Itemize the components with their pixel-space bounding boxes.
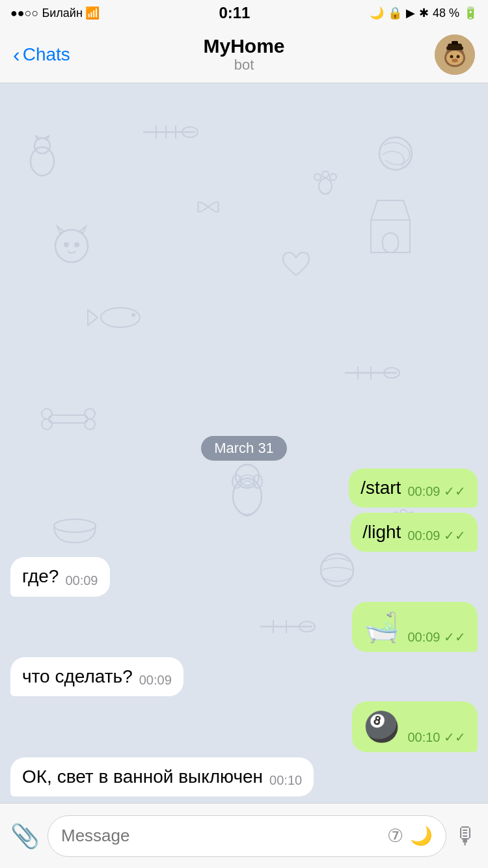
sticker-icon[interactable]: ⑦ bbox=[387, 825, 403, 847]
avatar[interactable] bbox=[435, 34, 475, 75]
nav-bar: ‹ Chats MyHome bot bbox=[0, 26, 488, 83]
back-label: Chats bbox=[23, 44, 70, 65]
message-row: /light 00:09 ✓✓ bbox=[10, 513, 478, 552]
message-time: 00:09 bbox=[65, 572, 98, 589]
svg-point-7 bbox=[452, 59, 458, 62]
message-input-container: ⑦ 🌙 bbox=[47, 815, 446, 857]
emoji-icon: 🎱 bbox=[364, 708, 400, 745]
chevron-left-icon: ‹ bbox=[13, 44, 20, 65]
message-text: ОК, свет в ванной выключен bbox=[22, 765, 263, 789]
message-time: 00:10 bbox=[269, 772, 302, 789]
moon-input-icon[interactable]: 🌙 bbox=[410, 825, 433, 847]
message-bubble[interactable]: где? 00:09 bbox=[10, 557, 110, 596]
message-row: ОК, свет в ванной выключен 00:10 bbox=[10, 757, 478, 796]
wifi-icon: 📶 bbox=[85, 6, 100, 20]
message-time: 00:10 ✓✓ bbox=[407, 729, 466, 746]
chat-subtitle: bot bbox=[203, 57, 284, 74]
nav-title-block: MyHome bot bbox=[203, 35, 284, 74]
svg-point-5 bbox=[450, 55, 454, 58]
message-text: что сделать? bbox=[22, 665, 133, 688]
message-text: /light bbox=[362, 521, 401, 544]
status-right: 🌙 🔒 ▶ ✱ 48 % 🔋 bbox=[370, 6, 478, 20]
battery-text: 48 % bbox=[433, 7, 459, 20]
input-bar: 📎 ⑦ 🌙 🎙 bbox=[0, 803, 488, 868]
date-separator: March 31 bbox=[0, 436, 488, 461]
message-row: что сделать? 00:09 bbox=[10, 657, 478, 696]
svg-rect-10 bbox=[452, 41, 458, 45]
message-text: /start bbox=[360, 476, 401, 500]
svg-point-4 bbox=[446, 51, 463, 65]
status-bar: ●●○○ Билайн 📶 0:11 🌙 🔒 ▶ ✱ 48 % 🔋 bbox=[0, 0, 488, 26]
chat-area: March 31 /start 00:09 ✓✓ /light 00:09 ✓✓ bbox=[0, 83, 488, 803]
message-bubble[interactable]: /start 00:09 ✓✓ bbox=[349, 468, 478, 508]
moon-icon: 🌙 bbox=[370, 6, 384, 20]
message-time: 00:09 ✓✓ bbox=[407, 629, 466, 645]
mic-button[interactable]: 🎙 bbox=[454, 822, 478, 850]
date-label: March 31 bbox=[201, 436, 287, 461]
chat-title: MyHome bbox=[203, 35, 284, 57]
battery-icon: 🔋 bbox=[463, 6, 478, 20]
attach-button[interactable]: 📎 bbox=[10, 822, 40, 850]
message-bubble[interactable]: что сделать? 00:09 bbox=[10, 657, 183, 696]
status-time: 0:11 bbox=[219, 4, 250, 22]
message-text: где? bbox=[22, 565, 59, 588]
message-bubble[interactable]: 🎱 00:10 ✓✓ bbox=[352, 701, 478, 752]
emoji-icon: 🛁 bbox=[364, 608, 400, 645]
message-time: 00:09 ✓✓ bbox=[407, 483, 466, 500]
input-icons: ⑦ 🌙 bbox=[387, 825, 433, 847]
message-bubble[interactable]: /light 00:09 ✓✓ bbox=[351, 513, 478, 552]
message-input[interactable] bbox=[61, 826, 387, 846]
message-bubble[interactable]: ОК, свет в ванной выключен 00:10 bbox=[10, 757, 314, 796]
status-carrier: ●●○○ Билайн 📶 bbox=[10, 6, 100, 20]
message-row: 🛁 00:09 ✓✓ bbox=[10, 602, 478, 652]
lock-icon: 🔒 bbox=[388, 6, 402, 20]
message-row: /start 00:09 ✓✓ bbox=[10, 468, 478, 508]
bluetooth-icon: ✱ bbox=[419, 6, 429, 20]
message-time: 00:09 ✓✓ bbox=[407, 527, 466, 544]
message-row: где? 00:09 bbox=[10, 557, 478, 596]
svg-point-6 bbox=[457, 55, 460, 58]
back-button[interactable]: ‹ Chats bbox=[13, 44, 70, 65]
message-time: 00:09 bbox=[139, 671, 172, 688]
location-icon: ▶ bbox=[406, 6, 415, 20]
message-bubble[interactable]: 🛁 00:09 ✓✓ bbox=[352, 602, 478, 652]
message-row: 🎱 00:10 ✓✓ bbox=[10, 701, 478, 752]
